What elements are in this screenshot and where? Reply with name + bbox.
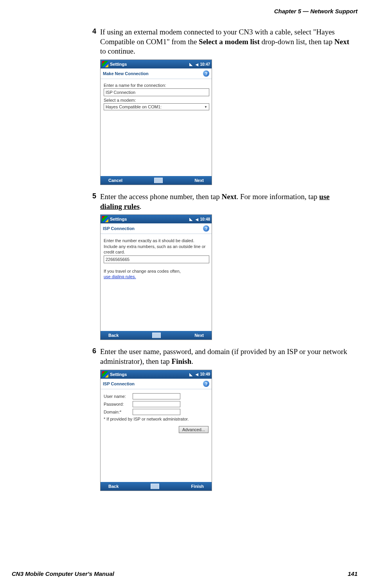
bold: Next (222, 192, 237, 201)
phone-body: User name: Password: Domain:* * If provi… (101, 389, 212, 482)
screenshot-step-6: Settings 10:49 ISP Connection ? User nam… (100, 370, 212, 491)
screen-title: Make New Connection (103, 71, 149, 76)
app-title: Settings (110, 62, 127, 67)
phone-sub-bar: ISP Connection ? (101, 223, 212, 234)
row-password: Password: (104, 401, 208, 407)
page-footer: CN3 Mobile Computer User's Manual 141 (12, 570, 358, 577)
phone-body: Enter the number exactly as it should be… (101, 234, 212, 331)
phone-top-bar: Settings 10:49 (101, 370, 212, 379)
volume-icon (196, 62, 198, 67)
screen-title: ISP Connection (103, 381, 135, 386)
page-header: Chapter 5 — Network Support (274, 8, 358, 14)
phone-top-bar: Settings 10:48 (101, 215, 212, 223)
phone-number-input[interactable]: 2266565665 (104, 255, 209, 263)
select-value: Hayes Compatible on COM1: (106, 104, 162, 109)
phone-bottom-bar: Back Finish (101, 482, 212, 491)
keyboard-icon[interactable] (154, 178, 163, 183)
clock: 10:48 (200, 217, 210, 221)
back-button[interactable]: Back (108, 333, 119, 338)
bold: Select a modem list (199, 38, 260, 46)
chevron-down-icon: ▼ (204, 105, 207, 109)
dial-instruction-text: Enter the number exactly as it should be… (104, 238, 208, 255)
screenshot-step-5: Settings 10:48 ISP Connection ? Enter th… (100, 214, 212, 340)
cancel-button[interactable]: Cancel (108, 178, 122, 183)
status-area: 10:49 (189, 372, 210, 376)
domain-input[interactable] (133, 409, 180, 415)
step-text: Enter the access phone number, then tap … (100, 192, 352, 211)
t: Enter the user name, password, and domai… (100, 347, 347, 365)
t: . (140, 202, 142, 210)
t: . (191, 357, 193, 365)
phone-top-bar: Settings 10:47 (101, 60, 212, 68)
finish-button[interactable]: Finish (191, 484, 204, 489)
clock: 10:49 (200, 372, 210, 376)
step-text: If using an external modem connected to … (100, 27, 352, 56)
step-number: 4 (86, 27, 100, 56)
keyboard-icon[interactable] (152, 333, 161, 338)
phone-bottom-bar: Cancel Next (101, 176, 212, 185)
t: . For more information, tap (237, 192, 320, 201)
connection-name-input[interactable]: ISP Connection (104, 88, 209, 96)
next-button[interactable]: Next (194, 333, 204, 338)
next-button[interactable]: Next (194, 178, 204, 183)
signal-icon (189, 217, 194, 221)
phone-body: Enter a name for the connection: ISP Con… (101, 79, 212, 176)
volume-icon (196, 372, 198, 376)
phone-sub-bar: Make New Connection ? (101, 68, 212, 79)
step-text: Enter the user name, password, and domai… (100, 347, 352, 366)
bold: Next (334, 38, 349, 46)
username-input[interactable] (133, 393, 180, 399)
screen-title: ISP Connection (103, 226, 135, 231)
t: to continue. (100, 47, 135, 55)
page-number: 141 (348, 570, 358, 577)
volume-icon (196, 217, 198, 221)
help-icon[interactable]: ? (203, 381, 209, 387)
label-password: Password: (104, 402, 133, 406)
step-number: 5 (86, 192, 100, 211)
start-flag-icon (102, 61, 108, 67)
use-dialing-rules-link[interactable]: use dialing rules. (104, 274, 136, 279)
content-area: 4 If using an external modem connected t… (86, 27, 352, 498)
signal-icon (189, 372, 194, 376)
signal-icon (189, 62, 194, 66)
screenshot-step-4: Settings 10:47 Make New Connection ? Ent… (100, 59, 212, 185)
clock: 10:47 (200, 62, 210, 67)
travel-note: If you travel or change area codes often… (104, 269, 208, 273)
t: drop-down list, then tap (260, 38, 334, 46)
bold: Finish (172, 357, 192, 365)
label-select-modem: Select a modem: (104, 98, 208, 102)
password-input[interactable] (133, 401, 180, 407)
status-area: 10:47 (189, 62, 210, 67)
label-domain: Domain:* (104, 410, 133, 414)
step-5: 5 Enter the access phone number, then ta… (86, 192, 352, 211)
app-title: Settings (110, 217, 127, 221)
label-connection-name: Enter a name for the connection: (104, 83, 208, 88)
label-username: User name: (104, 394, 133, 399)
app-title: Settings (110, 372, 127, 377)
keyboard-icon[interactable] (151, 484, 159, 489)
advanced-button[interactable]: Advanced... (179, 426, 208, 433)
step-number: 6 (86, 347, 100, 366)
step-4: 4 If using an external modem connected t… (86, 27, 352, 56)
row-username: User name: (104, 393, 208, 399)
status-area: 10:48 (189, 217, 210, 221)
start-flag-icon (102, 371, 108, 378)
t: Enter the access phone number, then tap (100, 192, 222, 201)
start-flag-icon (102, 216, 108, 222)
modem-select[interactable]: Hayes Compatible on COM1: ▼ (104, 103, 209, 110)
phone-bottom-bar: Back Next (101, 331, 212, 340)
manual-title: CN3 Mobile Computer User's Manual (12, 570, 114, 577)
phone-sub-bar: ISP Connection ? (101, 379, 212, 389)
step-6: 6 Enter the user name, password, and dom… (86, 347, 352, 366)
domain-footnote: * If provided by ISP or network administ… (104, 417, 208, 421)
help-icon[interactable]: ? (203, 70, 209, 77)
help-icon[interactable]: ? (203, 225, 209, 232)
back-button[interactable]: Back (108, 484, 119, 489)
row-domain: Domain:* (104, 409, 208, 415)
